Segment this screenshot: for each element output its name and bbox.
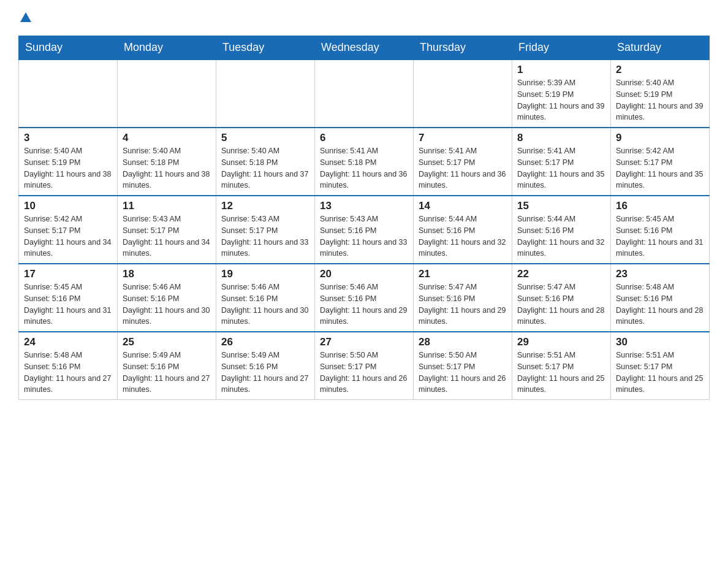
calendar-cell bbox=[315, 59, 414, 128]
calendar-cell: 4Sunrise: 5:40 AM Sunset: 5:18 PM Daylig… bbox=[118, 128, 216, 196]
day-number: 11 bbox=[123, 200, 211, 212]
day-info: Sunrise: 5:51 AM Sunset: 5:17 PM Dayligh… bbox=[616, 350, 704, 396]
column-header-wednesday: Wednesday bbox=[315, 36, 414, 60]
week-row-1: 1Sunrise: 5:39 AM Sunset: 5:19 PM Daylig… bbox=[19, 59, 710, 128]
day-info: Sunrise: 5:50 AM Sunset: 5:17 PM Dayligh… bbox=[320, 350, 408, 396]
calendar-cell: 23Sunrise: 5:48 AM Sunset: 5:16 PM Dayli… bbox=[611, 264, 710, 332]
day-number: 15 bbox=[517, 200, 605, 212]
calendar-cell bbox=[19, 59, 118, 128]
calendar-cell: 18Sunrise: 5:46 AM Sunset: 5:16 PM Dayli… bbox=[118, 264, 216, 332]
day-info: Sunrise: 5:42 AM Sunset: 5:17 PM Dayligh… bbox=[616, 145, 704, 191]
calendar-cell: 26Sunrise: 5:49 AM Sunset: 5:16 PM Dayli… bbox=[216, 332, 315, 400]
day-info: Sunrise: 5:42 AM Sunset: 5:17 PM Dayligh… bbox=[24, 213, 112, 259]
logo bbox=[18, 12, 31, 25]
day-number: 18 bbox=[123, 268, 211, 280]
calendar-cell: 5Sunrise: 5:40 AM Sunset: 5:18 PM Daylig… bbox=[216, 128, 315, 196]
calendar-cell: 3Sunrise: 5:40 AM Sunset: 5:19 PM Daylig… bbox=[19, 128, 118, 196]
calendar-cell: 22Sunrise: 5:47 AM Sunset: 5:16 PM Dayli… bbox=[512, 264, 611, 332]
day-number: 19 bbox=[221, 268, 309, 280]
calendar-cell: 24Sunrise: 5:48 AM Sunset: 5:16 PM Dayli… bbox=[19, 332, 118, 400]
logo-triangle-icon bbox=[20, 12, 31, 22]
day-number: 17 bbox=[24, 268, 112, 280]
day-number: 13 bbox=[320, 200, 408, 212]
calendar-cell: 21Sunrise: 5:47 AM Sunset: 5:16 PM Dayli… bbox=[414, 264, 512, 332]
day-number: 22 bbox=[517, 268, 605, 280]
week-row-2: 3Sunrise: 5:40 AM Sunset: 5:19 PM Daylig… bbox=[19, 128, 710, 196]
day-info: Sunrise: 5:48 AM Sunset: 5:16 PM Dayligh… bbox=[616, 282, 704, 327]
day-number: 29 bbox=[517, 336, 605, 348]
calendar-cell: 6Sunrise: 5:41 AM Sunset: 5:18 PM Daylig… bbox=[315, 128, 414, 196]
day-number: 9 bbox=[616, 132, 704, 144]
calendar-cell: 27Sunrise: 5:50 AM Sunset: 5:17 PM Dayli… bbox=[315, 332, 414, 400]
day-info: Sunrise: 5:47 AM Sunset: 5:16 PM Dayligh… bbox=[419, 282, 507, 327]
day-info: Sunrise: 5:50 AM Sunset: 5:17 PM Dayligh… bbox=[419, 350, 507, 396]
calendar-cell: 16Sunrise: 5:45 AM Sunset: 5:16 PM Dayli… bbox=[611, 196, 710, 264]
day-number: 21 bbox=[419, 268, 507, 280]
day-info: Sunrise: 5:49 AM Sunset: 5:16 PM Dayligh… bbox=[123, 350, 211, 396]
day-info: Sunrise: 5:40 AM Sunset: 5:19 PM Dayligh… bbox=[24, 145, 112, 191]
day-number: 2 bbox=[616, 64, 704, 76]
day-number: 6 bbox=[320, 132, 408, 144]
day-info: Sunrise: 5:40 AM Sunset: 5:18 PM Dayligh… bbox=[123, 145, 211, 191]
column-header-thursday: Thursday bbox=[414, 36, 512, 60]
week-row-4: 17Sunrise: 5:45 AM Sunset: 5:16 PM Dayli… bbox=[19, 264, 710, 332]
day-info: Sunrise: 5:51 AM Sunset: 5:17 PM Dayligh… bbox=[517, 350, 605, 396]
calendar-cell: 13Sunrise: 5:43 AM Sunset: 5:16 PM Dayli… bbox=[315, 196, 414, 264]
calendar-cell: 20Sunrise: 5:46 AM Sunset: 5:16 PM Dayli… bbox=[315, 264, 414, 332]
calendar-cell: 2Sunrise: 5:40 AM Sunset: 5:19 PM Daylig… bbox=[611, 59, 710, 128]
day-number: 25 bbox=[123, 336, 211, 348]
day-number: 8 bbox=[517, 132, 605, 144]
day-info: Sunrise: 5:41 AM Sunset: 5:18 PM Dayligh… bbox=[320, 145, 408, 191]
day-number: 7 bbox=[419, 132, 507, 144]
calendar-cell: 29Sunrise: 5:51 AM Sunset: 5:17 PM Dayli… bbox=[512, 332, 611, 400]
day-number: 3 bbox=[24, 132, 112, 144]
column-header-monday: Monday bbox=[118, 36, 216, 60]
week-row-5: 24Sunrise: 5:48 AM Sunset: 5:16 PM Dayli… bbox=[19, 332, 710, 400]
calendar-cell: 10Sunrise: 5:42 AM Sunset: 5:17 PM Dayli… bbox=[19, 196, 118, 264]
calendar-cell bbox=[414, 59, 512, 128]
day-number: 10 bbox=[24, 200, 112, 212]
day-info: Sunrise: 5:43 AM Sunset: 5:17 PM Dayligh… bbox=[221, 213, 309, 259]
day-number: 14 bbox=[419, 200, 507, 212]
column-header-saturday: Saturday bbox=[611, 36, 710, 60]
day-number: 24 bbox=[24, 336, 112, 348]
day-info: Sunrise: 5:46 AM Sunset: 5:16 PM Dayligh… bbox=[320, 282, 408, 327]
column-header-sunday: Sunday bbox=[19, 36, 118, 60]
day-number: 28 bbox=[419, 336, 507, 348]
calendar-cell: 8Sunrise: 5:41 AM Sunset: 5:17 PM Daylig… bbox=[512, 128, 611, 196]
day-info: Sunrise: 5:47 AM Sunset: 5:16 PM Dayligh… bbox=[517, 282, 605, 327]
day-number: 4 bbox=[123, 132, 211, 144]
calendar-cell bbox=[216, 59, 315, 128]
day-info: Sunrise: 5:41 AM Sunset: 5:17 PM Dayligh… bbox=[419, 145, 507, 191]
day-info: Sunrise: 5:49 AM Sunset: 5:16 PM Dayligh… bbox=[221, 350, 309, 396]
column-header-friday: Friday bbox=[512, 36, 611, 60]
day-number: 26 bbox=[221, 336, 309, 348]
day-info: Sunrise: 5:45 AM Sunset: 5:16 PM Dayligh… bbox=[616, 213, 704, 259]
calendar-cell: 30Sunrise: 5:51 AM Sunset: 5:17 PM Dayli… bbox=[611, 332, 710, 400]
day-info: Sunrise: 5:43 AM Sunset: 5:17 PM Dayligh… bbox=[123, 213, 211, 259]
week-row-3: 10Sunrise: 5:42 AM Sunset: 5:17 PM Dayli… bbox=[19, 196, 710, 264]
day-info: Sunrise: 5:44 AM Sunset: 5:16 PM Dayligh… bbox=[517, 213, 605, 259]
calendar-cell: 25Sunrise: 5:49 AM Sunset: 5:16 PM Dayli… bbox=[118, 332, 216, 400]
calendar-header-row: SundayMondayTuesdayWednesdayThursdayFrid… bbox=[19, 36, 710, 60]
page-header bbox=[18, 12, 710, 25]
day-number: 12 bbox=[221, 200, 309, 212]
calendar-cell: 1Sunrise: 5:39 AM Sunset: 5:19 PM Daylig… bbox=[512, 59, 611, 128]
day-info: Sunrise: 5:44 AM Sunset: 5:16 PM Dayligh… bbox=[419, 213, 507, 259]
day-info: Sunrise: 5:39 AM Sunset: 5:19 PM Dayligh… bbox=[517, 77, 605, 123]
day-number: 20 bbox=[320, 268, 408, 280]
calendar-cell: 12Sunrise: 5:43 AM Sunset: 5:17 PM Dayli… bbox=[216, 196, 315, 264]
calendar-cell: 14Sunrise: 5:44 AM Sunset: 5:16 PM Dayli… bbox=[414, 196, 512, 264]
calendar-cell: 17Sunrise: 5:45 AM Sunset: 5:16 PM Dayli… bbox=[19, 264, 118, 332]
day-info: Sunrise: 5:46 AM Sunset: 5:16 PM Dayligh… bbox=[221, 282, 309, 327]
calendar-cell: 9Sunrise: 5:42 AM Sunset: 5:17 PM Daylig… bbox=[611, 128, 710, 196]
day-info: Sunrise: 5:40 AM Sunset: 5:19 PM Dayligh… bbox=[616, 77, 704, 123]
calendar-cell: 19Sunrise: 5:46 AM Sunset: 5:16 PM Dayli… bbox=[216, 264, 315, 332]
calendar-cell: 11Sunrise: 5:43 AM Sunset: 5:17 PM Dayli… bbox=[118, 196, 216, 264]
column-header-tuesday: Tuesday bbox=[216, 36, 315, 60]
calendar-cell: 7Sunrise: 5:41 AM Sunset: 5:17 PM Daylig… bbox=[414, 128, 512, 196]
day-info: Sunrise: 5:40 AM Sunset: 5:18 PM Dayligh… bbox=[221, 145, 309, 191]
day-info: Sunrise: 5:43 AM Sunset: 5:16 PM Dayligh… bbox=[320, 213, 408, 259]
day-info: Sunrise: 5:41 AM Sunset: 5:17 PM Dayligh… bbox=[517, 145, 605, 191]
calendar-table: SundayMondayTuesdayWednesdayThursdayFrid… bbox=[18, 36, 710, 400]
